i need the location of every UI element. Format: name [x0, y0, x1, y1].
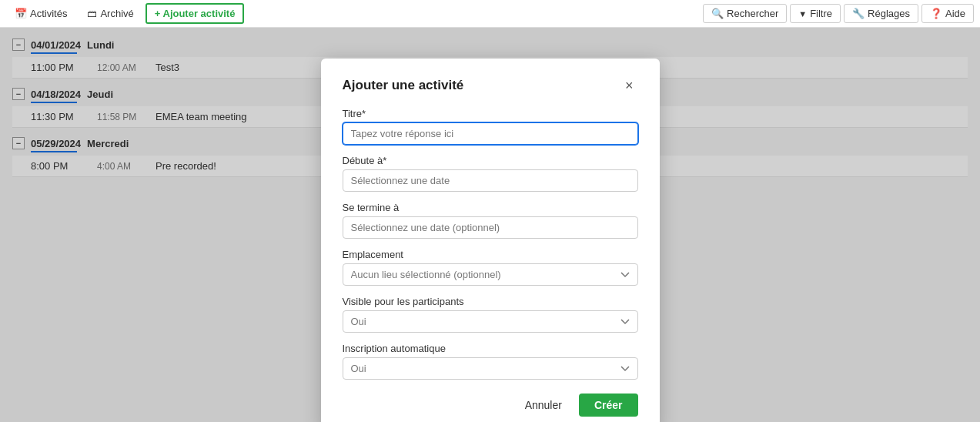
visible-group: Visible pour les participants Oui Non	[343, 296, 638, 333]
nav-right: Rechercher Filtre Réglages Aide	[703, 4, 974, 23]
emplacement-group: Emplacement Aucun lieu sélectionné (opti…	[343, 249, 638, 286]
emplacement-label: Emplacement	[343, 249, 638, 260]
activities-button[interactable]: Activités	[6, 4, 75, 23]
search-label: Rechercher	[727, 8, 778, 19]
activities-label: Activités	[30, 8, 67, 19]
modal-close-button[interactable]: ×	[620, 77, 638, 94]
inscription-group: Inscription automatique Oui Non	[343, 343, 638, 380]
settings-label: Réglages	[868, 8, 910, 19]
visible-label: Visible pour les participants	[343, 296, 638, 307]
filter-label: Filtre	[810, 8, 832, 19]
filter-icon	[798, 8, 807, 19]
visible-select[interactable]: Oui Non	[343, 310, 638, 333]
termine-label: Se termine à	[343, 202, 638, 213]
archive-button[interactable]: Archivé	[79, 4, 142, 23]
titre-input[interactable]	[343, 122, 638, 145]
cancel-button[interactable]: Annuler	[516, 394, 571, 416]
settings-button[interactable]: Réglages	[844, 4, 918, 23]
debute-group: Débute à*	[343, 155, 638, 192]
add-activity-label: + Ajouter activité	[155, 8, 236, 19]
top-navigation: Activités Archivé + Ajouter activité Rec…	[0, 0, 980, 28]
filter-button[interactable]: Filtre	[790, 4, 841, 23]
debute-input[interactable]	[343, 169, 638, 192]
add-activity-modal: Ajouter une activité × Titre* Débute à* …	[321, 59, 660, 422]
help-button[interactable]: Aide	[921, 4, 974, 23]
modal-header: Ajouter une activité ×	[343, 77, 638, 94]
titre-group: Titre*	[343, 108, 638, 145]
emplacement-select[interactable]: Aucun lieu sélectionné (optionnel)	[343, 263, 638, 286]
titre-label: Titre*	[343, 108, 638, 119]
inscription-select[interactable]: Oui Non	[343, 357, 638, 380]
modal-footer: Annuler Créer	[343, 394, 638, 417]
archive-label: Archivé	[100, 8, 133, 19]
add-activity-button[interactable]: + Ajouter activité	[145, 3, 245, 24]
termine-group: Se termine à	[343, 202, 638, 239]
debute-label: Débute à*	[343, 155, 638, 166]
modal-title: Ajouter une activité	[343, 78, 464, 93]
termine-input[interactable]	[343, 216, 638, 239]
help-icon	[930, 8, 942, 19]
calendar-icon	[15, 8, 27, 19]
search-button[interactable]: Rechercher	[703, 4, 787, 23]
nav-left: Activités Archivé + Ajouter activité	[6, 3, 244, 24]
search-icon	[711, 8, 724, 19]
archive-icon	[87, 8, 97, 19]
settings-icon	[852, 8, 865, 19]
inscription-label: Inscription automatique	[343, 343, 638, 354]
help-label: Aide	[945, 8, 965, 19]
create-button[interactable]: Créer	[579, 394, 638, 417]
main-content: − 04/01/2024 Lundi 11:00 PM 12:00 AM Tes…	[0, 28, 980, 422]
